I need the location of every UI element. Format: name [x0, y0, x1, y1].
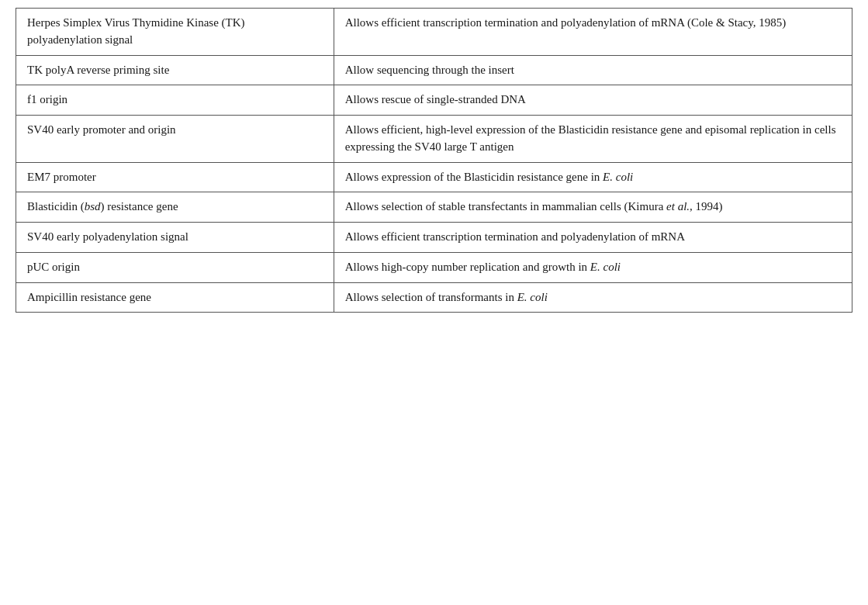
description-cell: Allows efficient transcription terminati… — [334, 9, 852, 56]
feature-cell: SV40 early polyadenylation signal — [16, 223, 334, 253]
table-row: f1 originAllows rescue of single-strande… — [16, 85, 852, 116]
feature-cell: TK polyA reverse priming site — [16, 55, 334, 85]
description-cell: Allows selection of stable transfectants… — [334, 192, 852, 223]
feature-cell: Herpes Simplex Virus Thymidine Kinase (T… — [16, 9, 334, 56]
feature-cell: f1 origin — [16, 85, 334, 116]
description-cell: Allows selection of transformants in E. … — [334, 282, 852, 313]
feature-cell: Ampicillin resistance gene — [16, 282, 334, 313]
table-row: EM7 promoterAllows expression of the Bla… — [16, 162, 852, 192]
table-row: Herpes Simplex Virus Thymidine Kinase (T… — [16, 9, 852, 56]
table-row: Blasticidin (bsd) resistance geneAllows … — [16, 192, 852, 223]
description-cell: Allows rescue of single-stranded DNA — [334, 85, 852, 116]
feature-cell: SV40 early promoter and origin — [16, 116, 334, 163]
table-row: TK polyA reverse priming siteAllow seque… — [16, 55, 852, 85]
page-container: Herpes Simplex Virus Thymidine Kinase (T… — [0, 0, 868, 605]
description-cell: Allows expression of the Blasticidin res… — [334, 162, 852, 192]
table-row: Ampicillin resistance geneAllows selecti… — [16, 282, 852, 313]
table-row: SV40 early promoter and originAllows eff… — [16, 116, 852, 163]
feature-cell: Blasticidin (bsd) resistance gene — [16, 192, 334, 223]
description-cell: Allow sequencing through the insert — [334, 55, 852, 85]
features-table: Herpes Simplex Virus Thymidine Kinase (T… — [16, 8, 852, 313]
feature-cell: pUC origin — [16, 252, 334, 282]
table-row: pUC originAllows high-copy number replic… — [16, 252, 852, 282]
description-cell: Allows high-copy number replication and … — [334, 252, 852, 282]
table-row: SV40 early polyadenylation signalAllows … — [16, 223, 852, 253]
description-cell: Allows efficient, high-level expression … — [334, 116, 852, 163]
feature-cell: EM7 promoter — [16, 162, 334, 192]
description-cell: Allows efficient transcription terminati… — [334, 223, 852, 253]
